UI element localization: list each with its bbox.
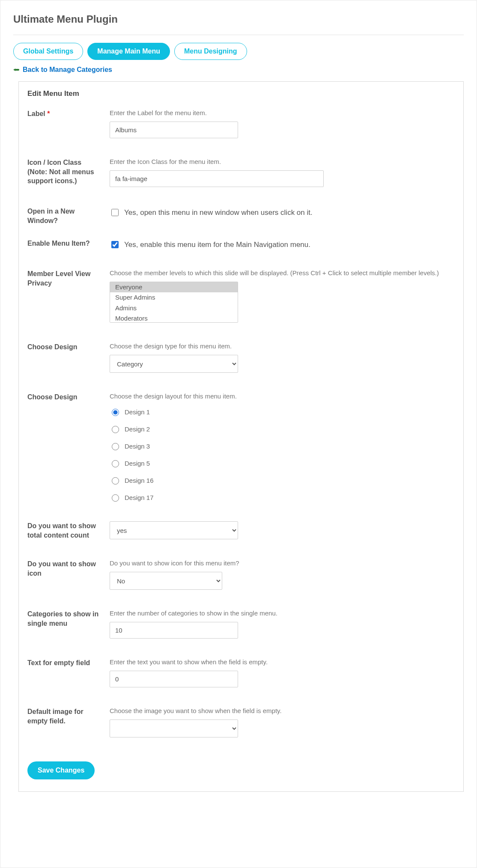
icon-class-input[interactable]	[110, 170, 324, 187]
row-enable-menu: Enable Menu Item? Yes, enable this menu …	[27, 239, 455, 250]
enable-menu-option: Yes, enable this menu item for the Main …	[124, 241, 310, 249]
tabs: Global Settings Manage Main Menu Menu De…	[13, 43, 464, 60]
default-image-help: Choose the image you want to show when t…	[110, 707, 455, 714]
member-levels-select[interactable]: Everyone Super Admins Admins Moderators …	[110, 282, 238, 323]
row-empty-text: Text for empty field Enter the text you …	[27, 658, 455, 687]
design-2-label: Design 2	[125, 425, 150, 433]
label-help: Enter the Label for the menu item.	[110, 109, 455, 116]
tab-menu-designing[interactable]: Menu Designing	[174, 43, 247, 60]
design-1-row[interactable]: Design 1	[110, 407, 455, 416]
design-5-radio[interactable]	[112, 460, 119, 467]
empty-text-input[interactable]	[110, 671, 238, 687]
show-icon-label: Do you want to show icon	[27, 560, 96, 577]
design-16-label: Design 16	[125, 477, 154, 484]
design-16-radio[interactable]	[112, 477, 119, 485]
required-mark: *	[47, 110, 50, 117]
design-1-radio[interactable]	[112, 409, 119, 416]
back-link-row: Back to Manage Categories	[13, 66, 464, 74]
page-title: Ultimate Menu Plugin	[13, 13, 464, 25]
categories-single-input[interactable]	[110, 622, 238, 639]
member-level-option-everyone[interactable]: Everyone	[110, 282, 238, 292]
row-open-new-window: Open in a New Window? Yes, open this men…	[27, 207, 455, 225]
choose-design-layout-label: Choose Design	[27, 393, 77, 401]
row-choose-design-type: Choose Design Choose the design type for…	[27, 342, 455, 373]
show-count-label: Do you want to show total content count	[27, 522, 96, 539]
design-5-label: Design 5	[125, 460, 150, 467]
member-levels-help: Choose the member levels to which this s…	[110, 269, 455, 276]
tab-global-settings[interactable]: Global Settings	[13, 43, 83, 60]
default-image-label: Default image for empty field.	[27, 708, 83, 725]
design-3-label: Design 3	[125, 443, 150, 450]
show-count-select[interactable]: yes	[110, 521, 238, 539]
enable-menu-checkbox[interactable]	[111, 241, 119, 248]
divider	[13, 35, 464, 35]
enable-menu-label: Enable Menu Item?	[27, 240, 90, 247]
row-icon-class: Icon / Icon Class (Note: Not all menus s…	[27, 158, 455, 187]
design-17-radio[interactable]	[112, 494, 119, 502]
design-17-row[interactable]: Design 17	[110, 493, 455, 502]
back-to-manage-categories-link[interactable]: Back to Manage Categories	[23, 66, 112, 74]
empty-text-label: Text for empty field	[27, 659, 90, 666]
design-5-row[interactable]: Design 5	[110, 459, 455, 467]
icon-class-help: Enter the Icon Class for the menu item.	[110, 158, 455, 165]
row-choose-design-layout: Choose Design Choose the design layout f…	[27, 392, 455, 502]
choose-design-type-label: Choose Design	[27, 343, 77, 351]
row-show-icon: Do you want to show icon Do you want to …	[27, 559, 455, 590]
member-level-option-moderators[interactable]: Moderators	[110, 313, 238, 323]
label-label: Label *	[27, 110, 50, 117]
back-arrow-icon	[13, 68, 19, 72]
design-3-radio[interactable]	[112, 443, 119, 450]
row-member-levels: Member Level View Privacy Choose the mem…	[27, 269, 455, 323]
member-levels-label: Member Level View Privacy	[27, 270, 90, 287]
choose-design-type-select[interactable]: Category	[110, 355, 238, 373]
choose-design-layout-help: Choose the design layout for this menu i…	[110, 392, 455, 400]
label-input[interactable]	[110, 122, 238, 138]
show-icon-help: Do you want to show icon for this menu i…	[110, 559, 455, 567]
show-icon-select[interactable]: No	[110, 572, 222, 590]
open-new-window-label: Open in a New Window?	[27, 208, 75, 224]
edit-menu-item-panel: Edit Menu Item Label * Enter the Label f…	[18, 81, 464, 792]
page-container: Ultimate Menu Plugin Global Settings Man…	[0, 0, 477, 868]
row-default-image: Default image for empty field. Choose th…	[27, 707, 455, 737]
design-2-radio[interactable]	[112, 426, 119, 433]
row-show-count: Do you want to show total content count …	[27, 521, 455, 540]
categories-single-help: Enter the number of categories to show i…	[110, 609, 455, 617]
design-layout-radio-group: Design 1 Design 2 Design 3 Design 5	[110, 407, 455, 502]
icon-class-label: Icon / Icon Class (Note: Not all menus s…	[27, 159, 94, 184]
design-1-label: Design 1	[125, 408, 150, 416]
empty-text-help: Enter the text you want to show when the…	[110, 658, 455, 666]
categories-single-label: Categories to show in single menu	[27, 610, 98, 627]
member-level-option-admins[interactable]: Admins	[110, 303, 238, 313]
open-new-window-checkbox[interactable]	[111, 209, 119, 216]
tab-manage-main-menu[interactable]: Manage Main Menu	[87, 43, 170, 60]
design-16-row[interactable]: Design 16	[110, 476, 455, 485]
default-image-select[interactable]	[110, 719, 238, 737]
member-level-option-super-admins[interactable]: Super Admins	[110, 292, 238, 303]
design-17-label: Design 17	[125, 494, 154, 501]
row-categories-single: Categories to show in single menu Enter …	[27, 609, 455, 639]
row-label: Label * Enter the Label for the menu ite…	[27, 109, 455, 138]
panel-title: Edit Menu Item	[27, 89, 455, 98]
open-new-window-option: Yes, open this menu in new window when u…	[124, 208, 313, 217]
label-label-text: Label	[27, 110, 45, 117]
design-2-row[interactable]: Design 2	[110, 425, 455, 433]
choose-design-type-help: Choose the design type for this menu ite…	[110, 342, 455, 350]
design-3-row[interactable]: Design 3	[110, 442, 455, 450]
save-changes-button[interactable]: Save Changes	[27, 761, 95, 779]
